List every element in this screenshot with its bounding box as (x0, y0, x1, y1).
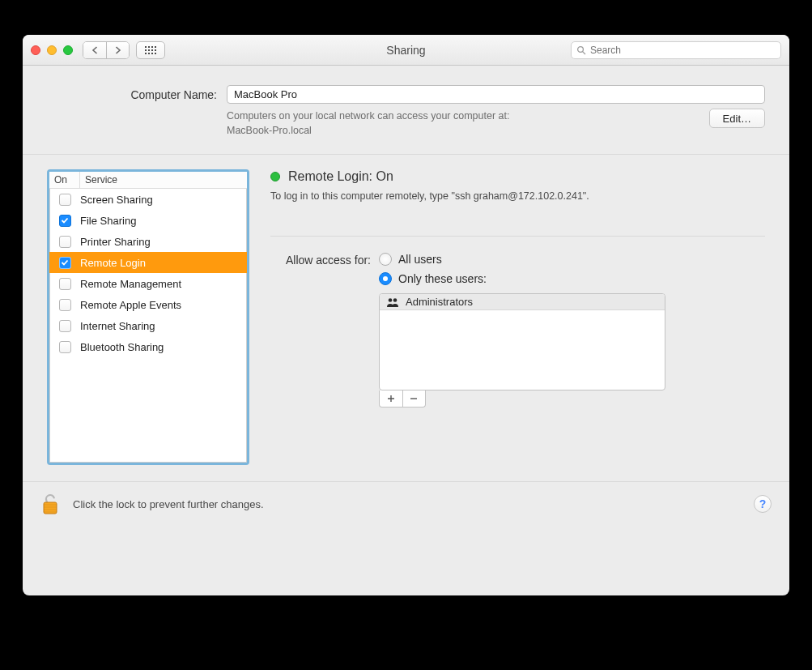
access-label: Allow access for: (270, 253, 371, 285)
svg-point-15 (393, 298, 397, 302)
radio-button[interactable] (379, 253, 392, 266)
close-button[interactable] (31, 45, 40, 55)
forward-button[interactable] (106, 42, 129, 58)
computer-name-input[interactable] (227, 85, 765, 104)
service-row-remote-login[interactable]: Remote Login (49, 252, 247, 273)
svg-point-12 (578, 46, 584, 52)
service-label: Remote Management (80, 278, 181, 290)
service-label: Internet Sharing (80, 320, 155, 332)
login-instruction: To log in to this computer remotely, typ… (270, 190, 765, 202)
service-checkbox[interactable] (59, 257, 71, 269)
helper-line2: MacBook-Pro.local (227, 125, 312, 136)
add-user-button[interactable] (380, 390, 402, 407)
svg-rect-5 (148, 49, 150, 51)
help-button[interactable]: ? (754, 495, 772, 513)
search-field[interactable] (571, 41, 781, 59)
show-all-button[interactable] (136, 41, 165, 59)
edit-hostname-button[interactable]: Edit… (709, 109, 765, 128)
user-name: Administrators (406, 296, 473, 308)
service-label: Printer Sharing (80, 236, 151, 248)
allowed-users-list[interactable]: Administrators (379, 293, 665, 390)
grid-icon (145, 46, 156, 54)
svg-rect-10 (151, 53, 153, 54)
service-row-file-sharing[interactable]: File Sharing (49, 210, 247, 231)
svg-rect-18 (44, 507, 57, 508)
svg-rect-0 (145, 46, 147, 48)
add-remove-bar (379, 390, 426, 408)
plus-icon (387, 395, 395, 403)
svg-rect-1 (148, 46, 150, 48)
service-checkbox[interactable] (59, 299, 71, 311)
status-indicator-icon (270, 172, 280, 181)
service-label: Screen Sharing (80, 194, 153, 206)
window-controls (31, 45, 73, 55)
detail-divider (270, 236, 765, 237)
svg-rect-4 (145, 49, 147, 51)
service-list-header: On Service (49, 172, 247, 189)
computer-name-helper: Computers on your local network can acce… (227, 109, 699, 138)
service-checkbox[interactable] (59, 194, 71, 206)
svg-rect-7 (155, 49, 156, 51)
header-service: Service (80, 172, 122, 188)
service-checkbox[interactable] (59, 278, 71, 290)
service-row-bluetooth-sharing[interactable]: Bluetooth Sharing (49, 336, 247, 357)
service-row-screen-sharing[interactable]: Screen Sharing (49, 189, 247, 210)
footer-text: Click the lock to prevent further change… (73, 498, 742, 510)
svg-rect-17 (44, 505, 57, 506)
nav-segmented (83, 41, 130, 59)
back-button[interactable] (83, 42, 106, 58)
svg-rect-2 (151, 46, 153, 48)
service-row-remote-apple-events[interactable]: Remote Apple Events (49, 294, 247, 315)
radio-all-label: All users (398, 253, 442, 266)
svg-rect-11 (155, 53, 156, 54)
titlebar: Sharing (23, 35, 789, 66)
service-checkbox[interactable] (59, 236, 71, 248)
service-row-internet-sharing[interactable]: Internet Sharing (49, 315, 247, 336)
radio-all-users[interactable]: All users (379, 253, 487, 266)
svg-rect-6 (151, 49, 153, 51)
users-icon (386, 297, 399, 307)
sharing-preferences-window: Sharing Computer Name: Computers on your… (23, 35, 789, 595)
search-input[interactable] (590, 45, 776, 56)
service-label: Remote Apple Events (80, 299, 181, 311)
svg-rect-3 (155, 46, 156, 48)
radio-button[interactable] (379, 272, 392, 285)
service-label: File Sharing (80, 215, 136, 227)
service-label: Remote Login (80, 257, 146, 269)
radio-only-label: Only these users: (398, 272, 487, 285)
svg-rect-20 (44, 512, 57, 513)
radio-only-these-users[interactable]: Only these users: (379, 272, 487, 285)
service-row-remote-management[interactable]: Remote Management (49, 273, 247, 294)
service-label: Bluetooth Sharing (80, 341, 164, 353)
footer: Click the lock to prevent further change… (23, 481, 789, 526)
svg-line-13 (583, 51, 585, 53)
window-body: Computer Name: Computers on your local n… (23, 66, 789, 540)
service-checkbox[interactable] (59, 320, 71, 332)
service-row-printer-sharing[interactable]: Printer Sharing (49, 231, 247, 252)
remove-user-button[interactable] (402, 390, 426, 407)
svg-rect-19 (44, 510, 57, 510)
zoom-button[interactable] (63, 45, 73, 55)
minus-icon (410, 395, 418, 403)
svg-point-14 (389, 298, 393, 302)
lock-button[interactable] (40, 492, 62, 516)
helper-line1: Computers on your local network can acce… (227, 110, 509, 122)
computer-name-label: Computer Name: (47, 88, 217, 101)
search-icon (576, 45, 586, 55)
user-row[interactable]: Administrators (380, 294, 665, 310)
header-on: On (49, 172, 80, 188)
service-checkbox[interactable] (59, 215, 71, 227)
computer-name-row: Computer Name: (47, 85, 765, 104)
minimize-button[interactable] (47, 45, 57, 55)
svg-rect-9 (148, 53, 150, 54)
service-checkbox[interactable] (59, 341, 71, 353)
unlocked-lock-icon (40, 492, 60, 516)
svg-rect-8 (145, 53, 147, 54)
service-detail: Remote Login: On To log in to this compu… (270, 169, 765, 465)
service-list: On Service Screen SharingFile SharingPri… (47, 169, 249, 465)
status-title: Remote Login: On (288, 169, 393, 184)
